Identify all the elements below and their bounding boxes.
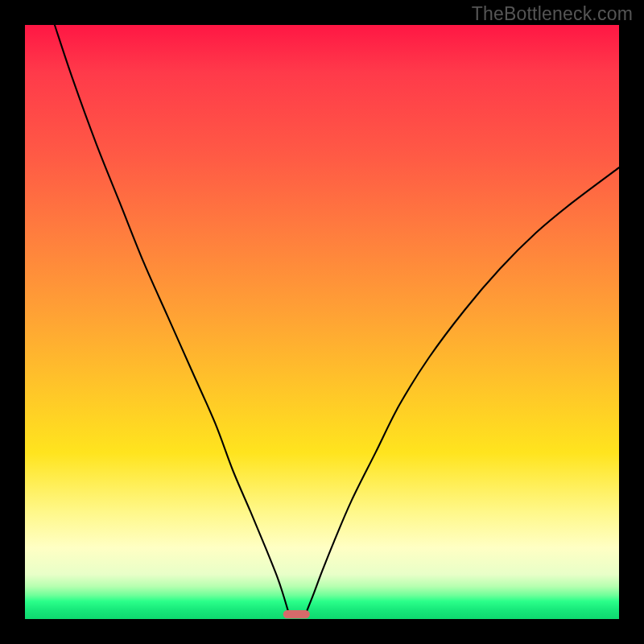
curve-right-branch [306,167,619,613]
chart-overlay [25,25,619,619]
curve-left-branch [55,25,289,613]
bottleneck-marker [283,610,310,618]
watermark-text: TheBottleneck.com [472,3,633,25]
chart-frame: TheBottleneck.com [0,0,644,644]
